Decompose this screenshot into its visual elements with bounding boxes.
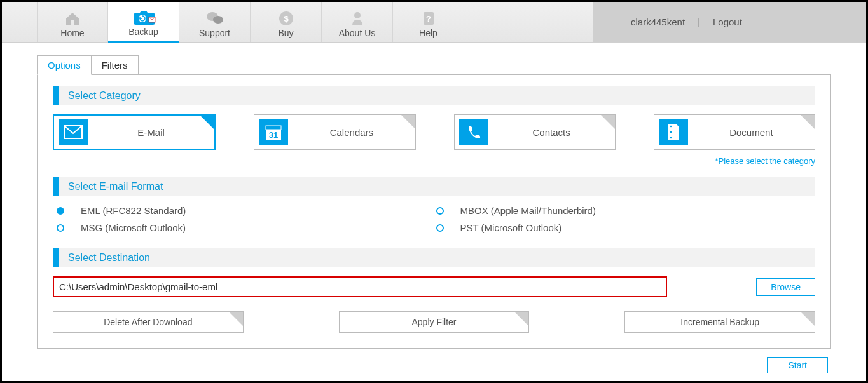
corner-icon [601, 115, 615, 129]
format-options: EML (RFC822 Standard) MBOX (Apple Mail/T… [53, 205, 815, 233]
nav-help-label: Help [419, 28, 437, 38]
browse-button[interactable]: Browse [756, 278, 815, 296]
apply-filter-button[interactable]: Apply Filter [339, 311, 530, 333]
user-area: clark445kent | Logout [593, 2, 866, 42]
format-msg[interactable]: MSG (Microsoft Outlook) [57, 222, 436, 233]
nav-home[interactable]: Home [37, 2, 108, 42]
corner-icon [514, 312, 528, 326]
apply-filter-label: Apply Filter [411, 317, 456, 327]
tab-filters[interactable]: Filters [91, 55, 139, 75]
section-bar [53, 86, 59, 105]
nav-buy[interactable]: $ Buy [251, 2, 322, 42]
section-select-format: Select E-mail Format [53, 177, 815, 196]
nav-backup-label: Backup [128, 27, 158, 37]
buy-icon: $ [278, 9, 294, 28]
category-document[interactable]: Document [654, 114, 815, 150]
section-destination-title: Select Destination [68, 252, 150, 264]
radio-selected-icon [57, 207, 64, 215]
support-icon [205, 9, 224, 28]
nav-backup[interactable]: Backup [108, 2, 179, 43]
category-contacts-label: Contacts [488, 127, 615, 138]
destination-input[interactable] [53, 276, 667, 297]
section-category-title: Select Category [68, 90, 141, 102]
logout-link[interactable]: Logout [713, 17, 742, 27]
start-row: Start [767, 357, 828, 373]
category-calendars-label: Calendars [288, 127, 415, 138]
email-icon [59, 119, 88, 145]
svg-text:$: $ [284, 14, 289, 24]
radio-icon [436, 207, 444, 215]
user-separator: | [698, 17, 700, 27]
category-cards: E-Mail 31 Calendars Contacts [53, 114, 815, 150]
svg-rect-11 [266, 126, 281, 130]
category-calendars[interactable]: 31 Calendars [254, 114, 415, 150]
format-eml[interactable]: EML (RFC822 Standard) [57, 205, 436, 216]
corner-icon [801, 115, 815, 129]
about-icon [349, 9, 366, 28]
nav-buy-label: Buy [278, 28, 293, 38]
svg-point-13 [670, 126, 672, 128]
options-panel: Select Category E-Mail 31 Calendars [37, 74, 831, 349]
nav-home-label: Home [60, 28, 84, 38]
svg-point-14 [670, 131, 672, 133]
nav-about[interactable]: About Us [322, 2, 393, 42]
tab-options[interactable]: Options [37, 55, 92, 75]
nav-help[interactable]: ? Help [393, 2, 464, 42]
nav-support[interactable]: Support [179, 2, 251, 42]
section-select-destination: Select Destination [53, 248, 815, 267]
destination-row: Browse [53, 276, 815, 297]
calendar-icon: 31 [259, 119, 288, 145]
category-email-label: E-Mail [88, 127, 214, 138]
category-email[interactable]: E-Mail [53, 114, 216, 150]
document-icon [659, 119, 688, 145]
section-select-category: Select Category [53, 86, 815, 105]
format-msg-label: MSG (Microsoft Outlook) [81, 222, 186, 233]
incremental-backup-button[interactable]: Incremental Backup [624, 311, 815, 333]
section-bar [53, 177, 59, 196]
svg-text:31: 31 [269, 130, 278, 140]
format-pst[interactable]: PST (Microsoft Outlook) [436, 222, 816, 233]
help-icon: ? [421, 9, 436, 28]
username-label: clark445kent [631, 17, 685, 27]
svg-point-3 [213, 16, 223, 24]
radio-icon [57, 224, 64, 232]
delete-after-download-label: Delete After Download [104, 317, 192, 327]
format-mbox[interactable]: MBOX (Apple Mail/Thunderbird) [436, 205, 816, 216]
contacts-icon [459, 119, 488, 145]
tabs: Options Filters [37, 55, 831, 75]
format-mbox-label: MBOX (Apple Mail/Thunderbird) [460, 205, 596, 216]
incremental-backup-label: Incremental Backup [680, 317, 759, 327]
svg-point-15 [670, 137, 672, 139]
option-buttons-row: Delete After Download Apply Filter Incre… [53, 311, 815, 333]
backup-icon [131, 8, 156, 27]
start-button[interactable]: Start [767, 357, 828, 373]
top-navigation: Home Backup Support $ [2, 2, 866, 43]
radio-icon [436, 224, 444, 232]
format-eml-label: EML (RFC822 Standard) [81, 205, 186, 216]
corner-icon [401, 115, 415, 129]
svg-point-6 [354, 12, 361, 18]
corner-icon [229, 312, 243, 326]
category-contacts[interactable]: Contacts [454, 114, 616, 150]
format-pst-label: PST (Microsoft Outlook) [460, 222, 562, 233]
delete-after-download-button[interactable]: Delete After Download [53, 311, 244, 333]
corner-icon [801, 312, 815, 326]
nav-about-label: About Us [339, 28, 376, 38]
selected-corner-icon [200, 116, 214, 130]
category-document-label: Document [688, 127, 815, 138]
section-format-title: Select E-mail Format [68, 181, 163, 192]
category-hint: *Please select the category [53, 156, 815, 166]
svg-text:?: ? [426, 14, 431, 24]
nav-support-label: Support [199, 28, 230, 38]
section-bar [53, 248, 59, 267]
home-icon [64, 9, 81, 28]
